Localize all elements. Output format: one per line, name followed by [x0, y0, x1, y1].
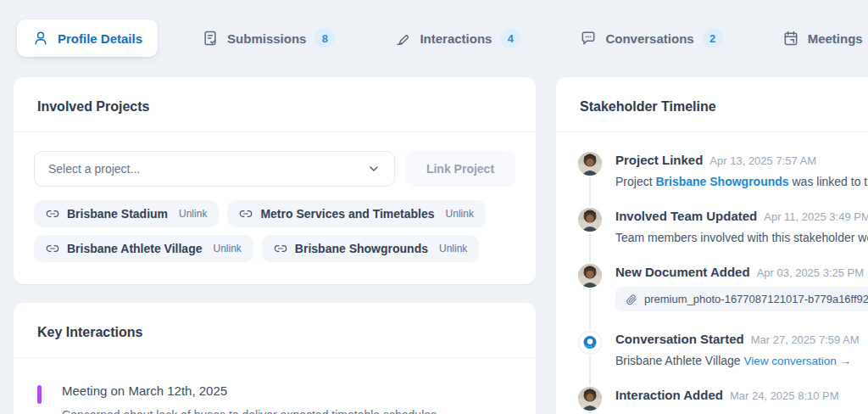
key-interaction-item: Meeting on March 12th, 2025 Concerned ab…: [37, 383, 512, 414]
stakeholder-timeline-card: Stakeholder Timeline Project Linked Apr …: [556, 77, 868, 414]
main-content: Involved Projects Select a project... Li…: [14, 77, 868, 414]
tab-profile-details[interactable]: Profile Details: [17, 20, 158, 57]
tab-label: Profile Details: [58, 31, 142, 46]
key-interaction-title: Meeting on March 12th, 2025: [62, 383, 447, 398]
person-avatar: [578, 387, 602, 411]
involved-projects-card: Involved Projects Select a project... Li…: [14, 77, 536, 284]
person-avatar: [578, 264, 602, 288]
right-column: Stakeholder Timeline Project Linked Apr …: [556, 77, 868, 414]
key-interactions-card: Key Interactions Meeting on March 12th, …: [14, 303, 536, 414]
tab-conversations[interactable]: Conversations 2: [565, 18, 737, 59]
timeline-event-date: Apr 13, 2025 7:57 AM: [709, 154, 816, 167]
unlink-button[interactable]: Unlink: [214, 243, 242, 255]
link-icon: [46, 207, 59, 221]
tab-label: Submissions: [227, 31, 306, 46]
linked-projects-list: Brisbane Stadium Unlink Metro Services a…: [34, 200, 515, 262]
stakeholder-timeline-title: Stakeholder Timeline: [580, 99, 868, 115]
q-logo-avatar: [578, 331, 602, 355]
timeline-event-date: Mar 24, 2025 8:10 PM: [730, 389, 839, 402]
project-chip: Brisbane Showgrounds Unlink: [262, 235, 479, 262]
timeline-event: Involved Team Updated Apr 11, 2025 3:49 …: [578, 209, 868, 265]
chat-bubble-icon: [580, 30, 597, 47]
unlink-button[interactable]: Unlink: [179, 208, 207, 220]
link-project-button[interactable]: Link Project: [405, 151, 515, 187]
tab-count-badge: 8: [314, 28, 335, 48]
stakeholder-timeline-header: Stakeholder Timeline: [556, 77, 868, 132]
key-interactions-title: Key Interactions: [37, 325, 512, 340]
tab-submissions[interactable]: Submissions 8: [186, 18, 350, 59]
involved-projects-header: Involved Projects: [14, 77, 536, 132]
key-interactions-header: Key Interactions: [14, 303, 536, 358]
clipboard-check-icon: [202, 30, 219, 47]
involved-projects-title: Involved Projects: [37, 99, 512, 115]
tab-label: Conversations: [605, 31, 693, 46]
timeline-event-title: Interaction Added: [615, 388, 723, 402]
timeline-event-text: Team members involved with this stakehol…: [615, 231, 868, 244]
unlink-button[interactable]: Unlink: [446, 208, 474, 220]
link-icon: [46, 242, 59, 255]
person-avatar: [578, 152, 602, 176]
key-interactions-body: Meeting on March 12th, 2025 Concerned ab…: [14, 358, 536, 414]
key-interaction-description: Concerned about lack of buses to deliver…: [62, 408, 447, 414]
timeline-event-title: Project Linked: [615, 153, 703, 167]
stakeholder-timeline-body: Project Linked Apr 13, 2025 7:57 AM Proj…: [556, 132, 868, 414]
left-column: Involved Projects Select a project... Li…: [14, 77, 536, 414]
timeline-event: Interaction Added Mar 24, 2025 8:10 PM: [578, 388, 868, 414]
user-icon: [32, 30, 49, 47]
project-link[interactable]: Brisbane Showgrounds: [655, 175, 788, 188]
link-icon: [274, 242, 287, 255]
project-select[interactable]: Select a project...: [34, 151, 395, 187]
timeline-event: Conversation Started Mar 27, 2025 7:59 A…: [578, 332, 868, 388]
timeline-event: Project Linked Apr 13, 2025 7:57 AM Proj…: [578, 153, 868, 209]
tab-count-badge: 4: [500, 28, 520, 48]
view-conversation-link[interactable]: View conversation →: [744, 355, 852, 367]
project-chip-name: Metro Services and Timetables: [260, 207, 434, 221]
tab-count-badge: 2: [703, 28, 723, 48]
link-icon: [239, 207, 253, 221]
timeline-event-title: New Document Added: [615, 265, 750, 279]
key-interaction-accent-bar: [37, 385, 42, 404]
timeline-text-body: Brisbane Athlete Village: [615, 354, 744, 367]
timeline-event-text: Brisbane Athlete Village View conversati…: [615, 354, 868, 367]
tab-bar: Profile Details Submissions 8 Interactio…: [0, 0, 868, 59]
involved-projects-body: Select a project... Link Project Brisban…: [14, 132, 536, 284]
timeline-event-title: Involved Team Updated: [615, 209, 757, 223]
tab-label: Interactions: [420, 31, 492, 46]
unlink-button[interactable]: Unlink: [439, 243, 467, 255]
project-chip: Brisbane Athlete Village Unlink: [34, 235, 253, 262]
project-chip-name: Brisbane Athlete Village: [67, 242, 203, 255]
paperclip-icon: [626, 294, 637, 305]
project-chip-name: Brisbane Showgrounds: [295, 242, 428, 255]
project-select-placeholder: Select a project...: [48, 162, 140, 176]
timeline-event-date: Mar 27, 2025 7:59 AM: [751, 333, 860, 346]
person-avatar: [578, 208, 602, 232]
timeline-event-date: Apr 11, 2025 3:49 PM: [764, 210, 868, 223]
tab-interactions[interactable]: Interactions 4: [379, 18, 536, 59]
project-chip: Brisbane Stadium Unlink: [34, 200, 219, 227]
timeline-text-suffix: was linked to this stakeholder: [789, 175, 868, 188]
attachment-filename: premium_photo-1677087121017-b779a16ff921: [644, 293, 868, 305]
project-chip: Metro Services and Timetables Unlink: [227, 200, 486, 227]
timeline-event-date: Apr 03, 2025 3:25 PM: [757, 266, 864, 279]
timeline-event-title: Conversation Started: [615, 332, 744, 346]
timeline-event: New Document Added Apr 03, 2025 3:25 PM …: [578, 265, 868, 332]
timeline-event-text: Project Brisbane Showgrounds was linked …: [615, 175, 868, 188]
attachment-chip[interactable]: premium_photo-1677087121017-b779a16ff921: [615, 287, 868, 311]
timeline-text-prefix: Project: [615, 175, 655, 188]
project-chip-name: Brisbane Stadium: [67, 207, 168, 221]
calendar-icon: [782, 30, 799, 47]
tab-label: Meetings: [808, 31, 863, 46]
pen-icon: [394, 30, 411, 47]
q-logo-icon: [579, 332, 601, 354]
chevron-down-icon: [367, 162, 381, 176]
tab-meetings[interactable]: Meetings 5: [767, 18, 868, 59]
